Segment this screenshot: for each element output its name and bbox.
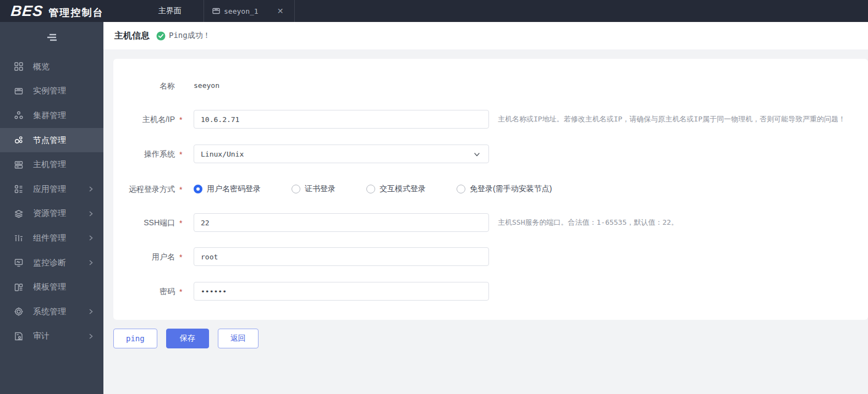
sidebar-item-label: 审计 — [33, 331, 50, 341]
radio-password-login[interactable]: 用户名密码登录 — [194, 184, 261, 194]
tab-close-icon[interactable]: ✕ — [274, 7, 287, 15]
logo-suffix-text: 管理控制台 — [49, 6, 104, 19]
system-gear-icon — [14, 307, 24, 317]
ping-status-text: Ping成功！ — [169, 31, 211, 41]
sidebar-item-label: 节点管理 — [33, 135, 66, 146]
name-label: 名称 — [113, 76, 175, 95]
host-hint: 主机名称或IP地址。若修改主机名或IP，请确保与原主机名或IP属于同一物理机，否… — [498, 110, 845, 129]
name-value: seeyon — [194, 76, 489, 95]
overview-icon — [14, 62, 24, 71]
chevron-right-icon — [88, 210, 94, 217]
ping-button[interactable]: ping — [113, 329, 157, 348]
required-mark: * — [179, 180, 182, 199]
sidebar-item-clusters[interactable]: 集群管理 — [0, 103, 103, 128]
collapse-menu-icon — [45, 32, 58, 42]
sidebar-item-label: 集群管理 — [33, 110, 66, 121]
success-check-icon — [156, 31, 166, 41]
sidebar-item-label: 资源管理 — [33, 208, 66, 219]
host-ip-input[interactable] — [194, 110, 489, 129]
radio-unselected-icon — [457, 185, 465, 193]
form-row-username: 用户名 * — [113, 247, 868, 266]
instance-icon — [14, 86, 24, 96]
sidebar-item-label: 主机管理 — [33, 159, 66, 170]
tab-instance-seeyon[interactable]: seeyon_1 ✕ — [204, 0, 294, 22]
sidebar-item-label: 应用管理 — [33, 184, 66, 195]
password-input[interactable] — [194, 282, 489, 301]
os-selected-value: Linux/Unix — [201, 150, 244, 158]
radio-selected-icon — [194, 185, 202, 193]
tab-divider — [294, 0, 295, 22]
chevron-right-icon — [88, 308, 94, 315]
radio-certificate-login[interactable]: 证书登录 — [292, 184, 336, 194]
username-input[interactable] — [194, 247, 489, 266]
app-icon — [14, 184, 24, 194]
server-box-icon — [212, 7, 221, 15]
ping-status: Ping成功！ — [156, 31, 211, 41]
app-logo: BES 管理控制台 — [0, 3, 147, 20]
sidebar-menu: 概览 实例管理 集群管理 节点管理 — [0, 53, 103, 348]
radio-no-login[interactable]: 免登录(需手动安装节点) — [457, 184, 552, 194]
ssh-port-label: SSH端口 — [113, 213, 175, 232]
save-button[interactable]: 保存 — [166, 329, 209, 348]
tab-instance-label: seeyon_1 — [224, 7, 259, 15]
node-icon — [14, 135, 24, 145]
sidebar-item-audit[interactable]: 审计 — [0, 324, 103, 349]
resource-icon — [14, 209, 24, 219]
radio-unselected-icon — [292, 185, 300, 193]
sidebar-item-label: 概览 — [33, 62, 50, 72]
sidebar-item-label: 实例管理 — [33, 86, 66, 96]
action-buttons: ping 保存 返回 — [113, 329, 259, 348]
sidebar-collapse-button[interactable] — [0, 22, 103, 53]
sidebar: 概览 实例管理 集群管理 节点管理 — [0, 22, 103, 394]
ssh-port-hint: 主机SSH服务的端口。合法值：1-65535，默认值：22。 — [498, 213, 678, 232]
chevron-down-icon — [473, 151, 481, 160]
chevron-right-icon — [88, 333, 94, 340]
sidebar-item-applications[interactable]: 应用管理 — [0, 177, 103, 202]
monitor-icon — [14, 258, 24, 268]
host-label: 主机名/IP — [113, 110, 175, 129]
sidebar-item-instances[interactable]: 实例管理 — [0, 79, 103, 104]
required-mark: * — [179, 110, 182, 129]
sidebar-item-label: 系统管理 — [33, 307, 66, 317]
required-mark: * — [179, 282, 182, 301]
required-mark: * — [179, 248, 182, 267]
sidebar-item-hosts[interactable]: 主机管理 — [0, 152, 103, 177]
page-title: 主机信息 — [114, 30, 150, 42]
required-mark: * — [179, 214, 182, 232]
form-row-os: 操作系统 * Linux/Unix — [113, 145, 868, 163]
chevron-right-icon — [88, 186, 94, 192]
topbar: BES 管理控制台 主界面 seeyon_1 ✕ — [0, 0, 868, 22]
username-label: 用户名 — [113, 247, 175, 266]
sidebar-item-components[interactable]: 组件管理 — [0, 226, 103, 251]
radio-interactive-login[interactable]: 交互模式登录 — [366, 184, 426, 194]
os-select[interactable]: Linux/Unix — [194, 145, 489, 163]
sidebar-item-system[interactable]: 系统管理 — [0, 299, 103, 324]
form-row-name: 名称 seeyon — [113, 76, 868, 95]
sidebar-item-nodes[interactable]: 节点管理 — [0, 128, 103, 153]
audit-icon — [14, 331, 24, 341]
ssh-port-input[interactable] — [194, 213, 489, 232]
chevron-right-icon — [88, 259, 94, 266]
tab-main[interactable]: 主界面 — [147, 0, 204, 22]
password-label: 密码 — [113, 282, 175, 301]
host-info-panel: 名称 seeyon 主机名/IP * 主机名称或IP地址。若修改主机名或IP，请… — [113, 59, 868, 320]
sidebar-item-overview[interactable]: 概览 — [0, 54, 103, 79]
form-row-login-mode: 远程登录方式 * 用户名密码登录 证书登录 交互模式登录 免登录(需手动安装节点 — [113, 180, 868, 198]
login-mode-label: 远程登录方式 — [113, 180, 175, 198]
cluster-icon — [14, 110, 24, 120]
back-button[interactable]: 返回 — [218, 329, 259, 348]
sidebar-item-label: 监控诊断 — [33, 258, 66, 268]
os-label: 操作系统 — [113, 145, 175, 163]
form-row-host: 主机名/IP * 主机名称或IP地址。若修改主机名或IP，请确保与原主机名或IP… — [113, 110, 868, 129]
login-mode-radio-group: 用户名密码登录 证书登录 交互模式登录 免登录(需手动安装节点) — [194, 180, 552, 198]
required-mark: * — [179, 145, 182, 164]
sidebar-item-monitoring[interactable]: 监控诊断 — [0, 251, 103, 275]
logo-bes-text: BES — [10, 3, 44, 20]
component-icon — [14, 233, 24, 243]
sidebar-item-resources[interactable]: 资源管理 — [0, 202, 103, 226]
form-row-password: 密码 * — [113, 282, 868, 301]
host-icon — [14, 160, 24, 170]
sidebar-item-label: 模板管理 — [33, 282, 66, 292]
template-icon — [14, 282, 24, 292]
sidebar-item-templates[interactable]: 模板管理 — [0, 275, 103, 299]
